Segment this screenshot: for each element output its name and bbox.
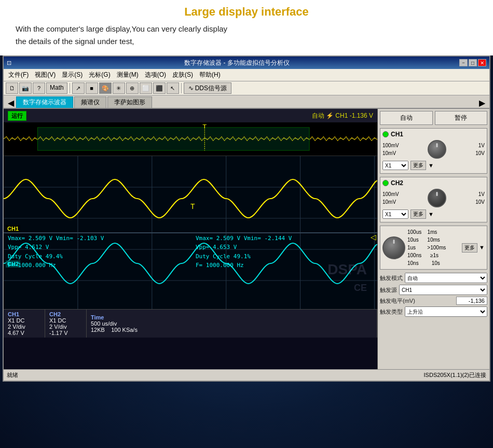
osc-display: 运行 自动 ⚡ CH1 -1.136 V bbox=[4, 109, 378, 369]
trigger-type-select[interactable]: 上升沿 bbox=[405, 306, 487, 317]
tb-cursor1-btn[interactable]: ↗ bbox=[72, 82, 85, 94]
tab-lissajous[interactable]: 李萨如图形 bbox=[107, 96, 152, 108]
menu-skin[interactable]: 皮肤(S) bbox=[170, 69, 196, 80]
time-sample: 100 KSa/s bbox=[111, 327, 138, 333]
ch2-bottom-label: CH2 bbox=[49, 311, 82, 317]
ch2-range-row: X1 更多 ▼ bbox=[382, 209, 485, 219]
trigger-type-row: 触发类型 上升沿 bbox=[380, 306, 487, 317]
menu-view[interactable]: 视图(V) bbox=[32, 69, 58, 80]
trigger-source-select[interactable]: CH1 bbox=[399, 285, 487, 295]
ch1-voltage-info: CH1 -1.136 V bbox=[335, 112, 373, 119]
toolbar: 🗋 📷 ? Math ↗ ■ 🎨 ✳ ⊕ ⬜ ⬛ ↖ ∿ DDS信号源 bbox=[4, 81, 489, 95]
trigger-source-row: 触发源 CH1 bbox=[380, 285, 487, 295]
maximize-button[interactable]: □ bbox=[469, 59, 477, 66]
tb-new-btn[interactable]: 🗋 bbox=[6, 82, 18, 94]
menu-help[interactable]: 帮助(H) bbox=[197, 69, 223, 80]
ch2-more-arrow: ▼ bbox=[428, 211, 434, 217]
trigger-mode-label: 触发模式 bbox=[380, 274, 403, 282]
top-section: Large display interface With the compute… bbox=[0, 0, 493, 55]
time-mem-sample: 12KB 100 KSa/s bbox=[91, 327, 373, 333]
menu-options[interactable]: 选项(O) bbox=[142, 69, 169, 80]
window-title: 数字存储波器 - 多功能虚拟信号分析仪 bbox=[15, 59, 459, 67]
tb-star-btn[interactable]: ✳ bbox=[113, 82, 125, 94]
main-waveform-area: CH1 CH2 T ◁ DSPA CE bbox=[4, 156, 377, 309]
svg-text:T: T bbox=[202, 123, 207, 130]
tb-cursor2-btn[interactable]: ■ bbox=[86, 82, 98, 94]
meas-r-duty: Duty Cycle 49.1% bbox=[196, 252, 292, 261]
ch1-range-row: X1 更多 ▼ bbox=[382, 161, 485, 170]
ch2-10mv-label: 10mV bbox=[382, 198, 399, 206]
time-more-btn[interactable]: 更多 bbox=[462, 243, 477, 253]
auto-button[interactable]: 自动 bbox=[380, 111, 433, 125]
time-100ms: >100ms bbox=[427, 245, 446, 250]
meas-l-freq: F= 1000.000 Hz bbox=[8, 261, 104, 270]
close-button[interactable]: ✕ bbox=[478, 59, 486, 66]
trigger-mode-select[interactable]: 自动 bbox=[405, 273, 487, 283]
ch1-header: CH1 bbox=[382, 131, 485, 138]
time-labels: 100us 1ms 10us 10ms 1us bbox=[407, 228, 446, 267]
time-mem: 12KB bbox=[91, 327, 105, 333]
ch2-range-labels-left: 100mV 10mV bbox=[382, 190, 399, 206]
time-1ms: 1ms bbox=[427, 229, 437, 235]
ch2-header: CH2 bbox=[382, 179, 485, 187]
ch2-scale: X1 DC bbox=[49, 317, 82, 324]
math-button[interactable]: Math bbox=[46, 82, 67, 94]
tab-spectrum[interactable]: 频谱仪 bbox=[74, 96, 106, 108]
ch1-knob[interactable] bbox=[428, 140, 446, 159]
ch2-knob-area: 100mV 10mV 1V 10V bbox=[382, 189, 485, 207]
description-line2: the details of the signal under test, bbox=[10, 35, 483, 48]
tb-help-btn[interactable]: ? bbox=[33, 82, 45, 94]
status-left: 就绪 bbox=[7, 371, 18, 379]
svg-rect-1 bbox=[37, 128, 309, 150]
tb-color-btn[interactable]: 🎨 bbox=[99, 82, 112, 94]
trigger-type-label: 触发类型 bbox=[380, 308, 403, 316]
ch2-knob[interactable] bbox=[428, 189, 446, 207]
arrow-right-indicator: ◁ bbox=[371, 233, 376, 241]
measurements-left: Vmax= 2.509 V Vmin= -2.103 V Vpp= 4.612 … bbox=[8, 234, 104, 270]
time-10us: 10us bbox=[407, 237, 419, 243]
trigger-params: 触发模式 自动 触发源 CH1 触发电平(mV) -1,136 bbox=[380, 273, 487, 317]
toolbar-separator-1 bbox=[70, 83, 70, 93]
menu-measure[interactable]: 测量(M) bbox=[114, 69, 141, 80]
ch1-range-labels-left: 100mV 10mV bbox=[382, 142, 399, 157]
ch2-range-labels-right: 1V 10V bbox=[475, 190, 485, 206]
dds-button[interactable]: ∿ DDS信号源 bbox=[184, 82, 231, 94]
tab-next[interactable]: ▶ bbox=[477, 98, 487, 108]
ch1-10mv-label: 10mV bbox=[382, 149, 399, 157]
ch1-scale: X1 DC bbox=[8, 317, 40, 324]
ch1-x1-select[interactable]: X1 bbox=[382, 161, 408, 170]
ch1-more-btn[interactable]: 更多 bbox=[410, 161, 426, 170]
tb-rec2-btn[interactable]: ⬛ bbox=[153, 82, 166, 94]
main-title: Large display interface bbox=[10, 5, 483, 19]
dds-label: DDS信号源 bbox=[195, 84, 227, 93]
oscilloscope-window: ⊡ 数字存储波器 - 多功能虚拟信号分析仪 － □ ✕ 文件(F) 视图(V) … bbox=[3, 55, 490, 382]
trigger-source-label: 触发源 bbox=[380, 286, 397, 294]
menu-file[interactable]: 文件(F) bbox=[6, 69, 31, 80]
tab-prev[interactable]: ◀ bbox=[6, 98, 16, 108]
tb-rec-btn[interactable]: ⬜ bbox=[140, 82, 152, 94]
ch1-knob-area: 100mV 10mV 1V 10V bbox=[382, 140, 485, 159]
mini-waveform-svg: T bbox=[4, 122, 377, 156]
ch1-1v-label: 1V bbox=[475, 142, 485, 149]
ch1-led bbox=[382, 131, 389, 137]
ch1-info-cell: CH1 X1 DC 2 V/div 4.67 V bbox=[4, 310, 45, 338]
meas-r-freq: F= 1000.000 Hz bbox=[196, 261, 292, 270]
menu-cursor[interactable]: 光标(G) bbox=[86, 69, 113, 80]
ch2-x1-select[interactable]: X1 bbox=[382, 209, 408, 219]
tb-arrow-btn[interactable]: ↖ bbox=[167, 82, 179, 94]
menu-display[interactable]: 显示(S) bbox=[59, 69, 85, 80]
ch2-more-btn[interactable]: 更多 bbox=[410, 209, 426, 219]
trigger-level-value: -1,136 bbox=[456, 297, 487, 305]
trigger-mode-row: 触发模式 自动 bbox=[380, 273, 487, 283]
ch2-section: CH2 100mV 10mV 1V 10V bbox=[380, 177, 487, 222]
tb-time-btn[interactable]: ⊕ bbox=[126, 82, 139, 94]
ch2-offset: -1.17 V bbox=[49, 330, 82, 336]
tab-oscilloscope[interactable]: 数字存储示波器 bbox=[16, 96, 73, 108]
ch1-bottom-label: CH1 bbox=[8, 311, 40, 317]
time-knob[interactable] bbox=[382, 236, 405, 259]
time-10ms: 10ms bbox=[427, 237, 440, 243]
tb-open-btn[interactable]: 📷 bbox=[19, 82, 32, 94]
time-more-area: 更多 ▼ bbox=[462, 243, 485, 253]
pause-button[interactable]: 暂停 bbox=[435, 111, 488, 125]
minimize-button[interactable]: － bbox=[459, 59, 468, 66]
